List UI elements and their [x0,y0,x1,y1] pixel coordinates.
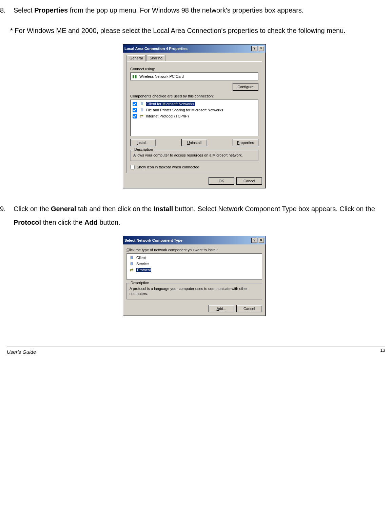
titlebar[interactable]: Local Area Connection 4 Properties ? × [123,44,266,53]
client-icon: 🖥 [139,101,144,107]
service-icon: 🖥 [129,261,134,267]
component-label: Internet Protocol (TCP/IP) [146,114,189,118]
component-checkbox[interactable] [133,108,137,112]
dialog-connection-properties: Local Area Connection 4 Properties ? × G… [123,44,266,188]
footer-left: User's Guide [7,349,36,355]
adapter-name: Wireless Network PC Card [139,74,184,78]
description-text: A protocol is a language your computer u… [130,286,259,296]
install-button[interactable]: Install... [130,139,156,146]
list-item[interactable]: ⇄ Protocol [128,267,260,273]
dialog-title: Local Area Connection 4 Properties [124,47,188,51]
component-checkbox[interactable] [133,114,137,118]
type-label: Client [136,256,146,260]
instruction-step-9: 9.Click on the General tab and then clic… [0,202,389,229]
component-checkbox[interactable] [133,102,137,106]
configure-button[interactable]: Configure [233,83,258,91]
list-item[interactable]: 🖥 Client for Microsoft Networks [132,101,257,107]
description-text: Allows your computer to access resources… [133,153,255,158]
connect-using-label: Connect using: [130,67,258,71]
protocol-icon: ⇄ [129,267,134,273]
list-item[interactable]: 🖥 Client [128,255,260,261]
component-label: File and Printer Sharing for Microsoft N… [146,108,223,112]
list-item[interactable]: 🖥 File and Printer Sharing for Microsoft… [132,107,257,113]
tab-sharing[interactable]: Sharing [146,55,165,61]
tab-general[interactable]: General [126,55,146,61]
show-icon-checkbox[interactable] [130,165,135,169]
cancel-button[interactable]: Cancel [236,305,262,312]
tab-strip: General Sharing [126,55,262,61]
uninstall-button[interactable]: Uninstall [181,139,207,146]
adapter-field: ▮▮ Wireless Network PC Card [130,72,258,80]
description-group: Description A protocol is a language you… [126,283,262,299]
list-item[interactable]: 🖥 Service [128,261,260,267]
list-item[interactable]: ⇄ Internet Protocol (TCP/IP) [132,113,257,119]
help-icon[interactable]: ? [251,238,257,243]
close-icon[interactable]: × [258,238,264,243]
network-card-icon: ▮▮ [132,74,137,79]
add-button[interactable]: Add... [209,305,234,312]
page-footer: User's Guide 13 [7,347,385,359]
dialog-select-component-type: Select Network Component Type ? × Click … [123,236,266,316]
client-icon: 🖥 [129,255,134,260]
description-legend: Description [133,147,154,151]
components-list[interactable]: 🖥 Client for Microsoft Networks 🖥 File a… [130,99,258,136]
description-legend: Description [130,281,150,285]
component-label: Client for Microsoft Networks [146,102,195,106]
description-group: Description Allows your computer to acce… [130,150,258,161]
step-number: 8. [0,3,14,17]
prompt-label: Click the type of network component you … [126,248,262,252]
type-label: Service [136,262,149,266]
dialog-title: Select Network Component Type [124,238,182,242]
page-number: 13 [380,348,385,353]
component-type-list[interactable]: 🖥 Client 🖥 Service ⇄ Protocol [126,253,262,280]
protocol-icon: ⇄ [139,113,144,119]
properties-button[interactable]: Properties [233,139,258,146]
ok-button[interactable]: OK [209,177,234,185]
close-icon[interactable]: × [258,46,264,51]
show-icon-checkbox-row[interactable]: Show icon in taskbar when connected [130,165,258,169]
step-number: 9. [0,202,14,216]
type-label: Protocol [136,268,151,272]
instruction-step-8: 8.Select Properties from the pop up menu… [0,3,389,17]
help-icon[interactable]: ? [251,46,257,51]
cancel-button[interactable]: Cancel [236,177,262,185]
instruction-note: * For Windows ME and 2000, please select… [0,24,389,37]
service-icon: 🖥 [139,107,144,113]
components-label: Components checked are used by this conn… [130,94,258,98]
titlebar[interactable]: Select Network Component Type ? × [123,236,266,244]
